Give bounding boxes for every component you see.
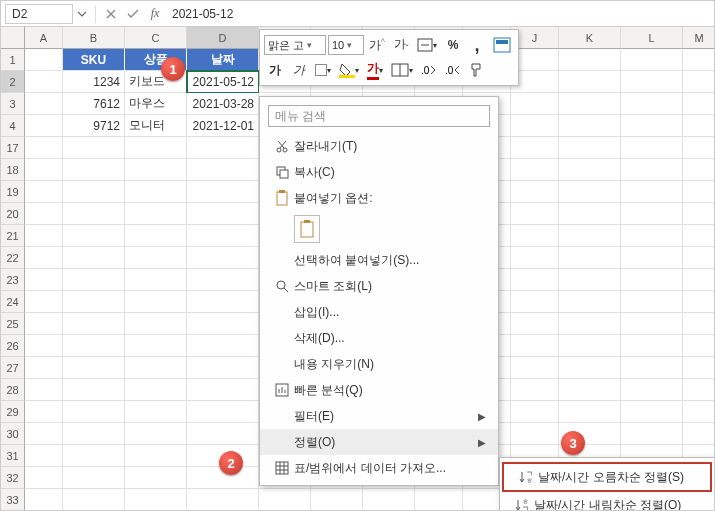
cell[interactable]	[125, 445, 187, 467]
ctx-quick-analysis[interactable]: 빠른 분석(Q)	[260, 377, 498, 403]
cell[interactable]	[25, 313, 63, 335]
cell[interactable]	[63, 423, 125, 445]
row-header[interactable]: 22	[1, 247, 25, 269]
cell[interactable]	[25, 247, 63, 269]
cell[interactable]	[559, 71, 621, 93]
row-header[interactable]: 3	[1, 93, 25, 115]
cell[interactable]	[511, 203, 559, 225]
cell[interactable]	[511, 225, 559, 247]
cell[interactable]: 2021-12-01	[187, 115, 259, 137]
cell[interactable]	[187, 159, 259, 181]
cell[interactable]	[683, 181, 715, 203]
cell[interactable]	[621, 49, 683, 71]
cell[interactable]	[683, 313, 715, 335]
cell[interactable]	[25, 137, 63, 159]
cell[interactable]	[125, 379, 187, 401]
cell[interactable]	[559, 335, 621, 357]
cell[interactable]	[63, 291, 125, 313]
cell[interactable]	[559, 49, 621, 71]
cell[interactable]	[25, 423, 63, 445]
cell[interactable]	[683, 379, 715, 401]
col-header[interactable]: M	[683, 27, 715, 49]
col-header[interactable]: K	[559, 27, 621, 49]
ctx-sort[interactable]: 정렬(O)▶	[260, 429, 498, 455]
cell[interactable]	[621, 93, 683, 115]
cell[interactable]	[621, 335, 683, 357]
cell[interactable]	[63, 225, 125, 247]
cell[interactable]	[621, 357, 683, 379]
menu-search-input[interactable]: 메뉴 검색	[268, 105, 490, 127]
cell[interactable]	[621, 203, 683, 225]
cell[interactable]	[621, 137, 683, 159]
cell[interactable]	[511, 181, 559, 203]
cell[interactable]	[559, 357, 621, 379]
cell[interactable]	[63, 401, 125, 423]
decrease-decimal-button[interactable]: .0	[442, 59, 464, 81]
cell[interactable]	[683, 291, 715, 313]
comma-format-button[interactable]: ,	[466, 34, 488, 56]
cell[interactable]	[511, 401, 559, 423]
cell[interactable]	[621, 181, 683, 203]
cell[interactable]	[63, 181, 125, 203]
cell[interactable]	[559, 269, 621, 291]
cancel-edit-button[interactable]	[100, 3, 122, 25]
cell[interactable]	[511, 335, 559, 357]
cell[interactable]	[559, 203, 621, 225]
decrease-font-button[interactable]: 가ˇ	[390, 34, 412, 56]
cell[interactable]	[511, 269, 559, 291]
ctx-copy[interactable]: 복사(C)	[260, 159, 498, 185]
cell[interactable]	[63, 159, 125, 181]
cell[interactable]	[63, 247, 125, 269]
cell[interactable]: 마우스	[125, 93, 187, 115]
cell[interactable]	[63, 357, 125, 379]
font-size-select[interactable]: 10▾	[328, 35, 364, 55]
insert-function-button[interactable]: fx	[144, 3, 166, 25]
cell[interactable]	[187, 203, 259, 225]
percent-format-button[interactable]: %	[442, 34, 464, 56]
cell[interactable]: 2021-03-28	[187, 93, 259, 115]
cell[interactable]	[683, 93, 715, 115]
cell[interactable]	[415, 489, 463, 511]
row-header[interactable]: 24	[1, 291, 25, 313]
cell[interactable]	[63, 379, 125, 401]
cell[interactable]	[683, 269, 715, 291]
cell[interactable]	[511, 137, 559, 159]
formula-input[interactable]: 2021-05-12	[166, 7, 714, 21]
cell[interactable]	[559, 115, 621, 137]
cell[interactable]	[621, 159, 683, 181]
cell[interactable]	[559, 379, 621, 401]
sort-ascending[interactable]: ㄱㅎ 날짜/시간 오름차순 정렬(S)	[502, 462, 712, 492]
row-header[interactable]: 26	[1, 335, 25, 357]
cell[interactable]	[511, 93, 559, 115]
row-header[interactable]: 20	[1, 203, 25, 225]
cell[interactable]	[187, 269, 259, 291]
row-header[interactable]: 17	[1, 137, 25, 159]
cell[interactable]: 모니터	[125, 115, 187, 137]
cell[interactable]	[25, 269, 63, 291]
row-header[interactable]: 31	[1, 445, 25, 467]
cell[interactable]	[621, 225, 683, 247]
row-header[interactable]: 28	[1, 379, 25, 401]
cell[interactable]	[683, 137, 715, 159]
cell[interactable]	[511, 423, 559, 445]
ctx-delete[interactable]: 삭제(D)...	[260, 325, 498, 351]
sort-descending[interactable]: ㅎㄱ 날짜/시간 내림차순 정렬(O)	[500, 492, 714, 511]
increase-decimal-button[interactable]: .0	[418, 59, 440, 81]
row-header[interactable]: 19	[1, 181, 25, 203]
cell[interactable]	[559, 93, 621, 115]
name-box[interactable]: D2	[5, 4, 73, 24]
row-header[interactable]: 27	[1, 357, 25, 379]
active-cell[interactable]: 2021-05-12	[187, 71, 259, 93]
row-header[interactable]: 25	[1, 313, 25, 335]
col-header[interactable]: L	[621, 27, 683, 49]
cell[interactable]	[25, 379, 63, 401]
cell[interactable]	[25, 335, 63, 357]
format-painter-button[interactable]	[466, 59, 488, 81]
ctx-clear[interactable]: 내용 지우기(N)	[260, 351, 498, 377]
cell[interactable]	[63, 445, 125, 467]
cell[interactable]	[25, 181, 63, 203]
cell[interactable]: 7612	[63, 93, 125, 115]
cell[interactable]	[559, 247, 621, 269]
cell[interactable]	[125, 203, 187, 225]
font-color-button[interactable]: 가▾	[364, 59, 386, 81]
